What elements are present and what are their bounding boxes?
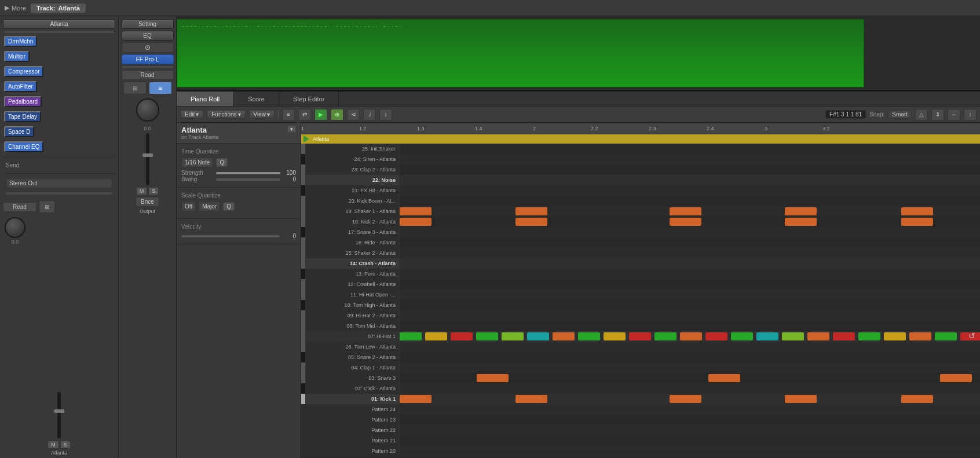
cells-24[interactable]	[400, 154, 980, 164]
cells-12[interactable]	[400, 279, 980, 290]
hihat-note-13[interactable]	[705, 332, 727, 340]
hihat-note-16[interactable]	[782, 332, 804, 340]
cells-21[interactable]	[400, 185, 980, 196]
cells-20[interactable]	[400, 196, 980, 206]
sc-icon-btn-1[interactable]: ⊞	[123, 82, 147, 94]
sc-ff-button[interactable]: FF Pro-L	[122, 54, 174, 64]
cells-10[interactable]	[400, 300, 980, 310]
hihat-note-2[interactable]	[425, 332, 447, 340]
lp-fader-handle-1[interactable]	[54, 409, 64, 413]
cells-17[interactable]	[400, 227, 980, 237]
kick-note-4[interactable]	[785, 395, 817, 403]
note-18-4[interactable]	[785, 218, 817, 226]
hihat-note-22[interactable]	[935, 332, 957, 340]
pr-note-grid[interactable]: 25: Init:Shaker 24: Siren - Atlanta	[301, 144, 980, 458]
cells-22[interactable]	[400, 175, 980, 185]
cells-18[interactable]	[400, 217, 980, 227]
note-19-1[interactable]	[400, 207, 432, 215]
tab-step-editor[interactable]: Step Editor	[279, 91, 339, 106]
cells-02[interactable]	[400, 383, 980, 394]
hihat-note-4[interactable]	[476, 332, 498, 340]
hihat-note-3[interactable]	[451, 332, 473, 340]
cells-01[interactable]	[400, 394, 980, 404]
cells-09[interactable]	[400, 310, 980, 321]
pr-collapse-button[interactable]: ▾	[287, 126, 296, 133]
lp-slider1[interactable]	[4, 31, 114, 33]
time-quantize-q-btn[interactable]: Q	[216, 158, 228, 167]
hihat-note-7[interactable]	[553, 332, 575, 340]
tb-note-icon[interactable]: ♩	[363, 109, 376, 120]
tb-expand2[interactable]: ↕	[964, 109, 977, 120]
kick-note-1[interactable]	[400, 395, 432, 403]
scale-off-dropdown[interactable]: Off	[181, 201, 196, 211]
hihat-note-6[interactable]	[527, 332, 549, 340]
cells-p21[interactable]	[400, 435, 980, 446]
lp-read-button[interactable]: Read	[3, 202, 36, 212]
note-19-2[interactable]	[515, 207, 547, 215]
scale-major-dropdown[interactable]: Major	[199, 201, 220, 211]
cells-05[interactable]	[400, 352, 980, 362]
cells-13[interactable]	[400, 269, 980, 279]
sc-bnce-button[interactable]: Bnce	[136, 197, 159, 207]
note-18-5[interactable]	[901, 218, 933, 226]
note-19-5[interactable]	[901, 207, 933, 215]
tape-delay-button[interactable]: Tape Delay	[4, 111, 41, 122]
tb-play-icon[interactable]: ▶	[315, 109, 327, 120]
edit-button[interactable]: Edit ▾	[180, 110, 203, 119]
kick-note-3[interactable]	[670, 395, 701, 403]
note-18-3[interactable]	[670, 218, 701, 226]
view-button[interactable]: View ▾	[249, 110, 275, 119]
drm-mchn-button[interactable]: DrmMchn	[4, 36, 37, 47]
snare-note-2[interactable]	[708, 374, 740, 382]
more-button[interactable]: ▶ More	[5, 4, 26, 12]
kick-note-5[interactable]	[901, 395, 933, 403]
hihat-note-9[interactable]	[604, 332, 626, 340]
hihat-note-20[interactable]	[884, 332, 906, 340]
hihat-note-18[interactable]	[833, 332, 855, 340]
cells-19[interactable]	[400, 206, 980, 217]
hihat-note-17[interactable]	[807, 332, 829, 340]
cells-p23[interactable]	[400, 415, 980, 425]
tb-link-icon[interactable]: ⊕	[331, 109, 343, 120]
strength-slider[interactable]	[216, 172, 280, 174]
tb-vel-icon[interactable]: ↕	[379, 109, 392, 120]
cells-16[interactable]	[400, 237, 980, 248]
snare-note-1[interactable]	[477, 374, 509, 382]
cells-07[interactable]: ↺	[400, 331, 980, 342]
cells-11[interactable]	[400, 290, 980, 300]
kick-note-2[interactable]	[515, 395, 547, 403]
hihat-note-15[interactable]	[756, 332, 778, 340]
pedalboard-button[interactable]: Pedalboard	[4, 96, 42, 107]
upper-track-region[interactable]: ~~~~--~-~--~-~--~--~---~--~-~~~~--~-~--~…	[177, 19, 864, 87]
note-19-4[interactable]	[785, 207, 817, 215]
sc-mute-button[interactable]: M	[136, 187, 148, 195]
tab-piano-roll[interactable]: Piano Roll	[177, 91, 234, 106]
cells-p24[interactable]	[400, 404, 980, 415]
lp-icon-grid[interactable]: ⊞	[39, 200, 55, 213]
sc-eq-button[interactable]: EQ	[122, 31, 174, 41]
note-18-2[interactable]	[515, 218, 547, 226]
tb-list-icon[interactable]: ≡	[282, 109, 295, 120]
sc-link-button[interactable]: ⊙	[122, 42, 174, 53]
functions-button[interactable]: Functions ▾	[207, 110, 245, 119]
hihat-note-11[interactable]	[654, 332, 677, 340]
hihat-note-1[interactable]	[400, 332, 422, 340]
scale-q-btn[interactable]: Q	[223, 202, 235, 211]
sc-icon-btn-2[interactable]: ≋	[149, 82, 172, 94]
tb-snap-up[interactable]: △	[915, 109, 928, 120]
hihat-note-14[interactable]	[731, 332, 753, 340]
cells-14[interactable]	[400, 258, 980, 269]
lp-mute-button[interactable]: M	[47, 441, 59, 449]
swing-slider[interactable]	[216, 178, 280, 181]
lp-solo-button[interactable]: S	[60, 441, 71, 449]
note-19-3[interactable]	[670, 207, 701, 215]
compressor-button[interactable]: Compressor	[4, 66, 43, 77]
autofilter-button[interactable]: AutoFilter	[4, 81, 37, 92]
space-d-button[interactable]: Space D	[4, 126, 34, 137]
cells-03[interactable]	[400, 373, 980, 383]
hihat-note-12[interactable]	[680, 332, 702, 340]
tb-arrow-icon[interactable]: ⇄	[298, 109, 311, 120]
tb-expand[interactable]: ↔	[948, 109, 960, 120]
sc-read-button[interactable]: Read	[122, 70, 174, 80]
sc-slider[interactable]	[122, 66, 173, 68]
